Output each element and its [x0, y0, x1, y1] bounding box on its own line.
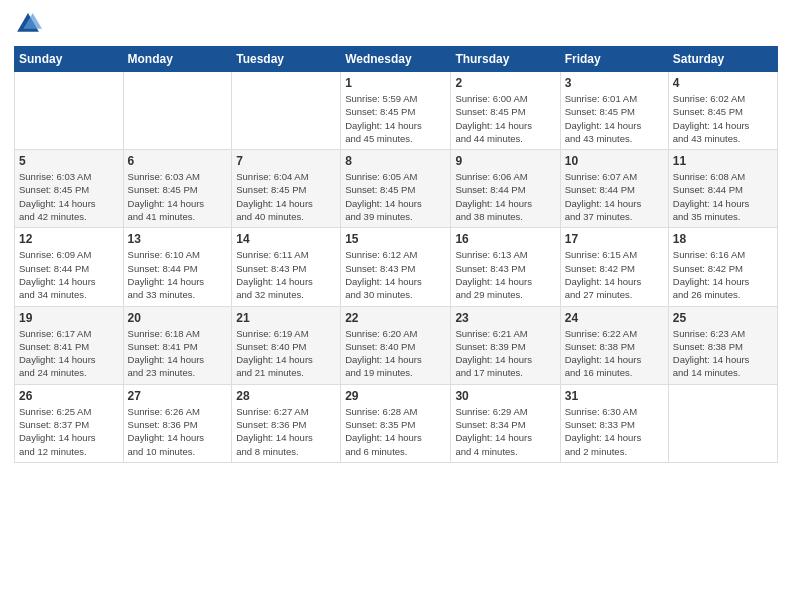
calendar-cell	[15, 72, 124, 150]
calendar-cell: 22Sunrise: 6:20 AMSunset: 8:40 PMDayligh…	[341, 306, 451, 384]
day-info: Sunrise: 6:29 AMSunset: 8:34 PMDaylight:…	[455, 405, 555, 458]
day-info: Sunrise: 6:30 AMSunset: 8:33 PMDaylight:…	[565, 405, 664, 458]
day-info: Sunrise: 6:11 AMSunset: 8:43 PMDaylight:…	[236, 248, 336, 301]
day-number: 22	[345, 311, 446, 325]
calendar-cell: 20Sunrise: 6:18 AMSunset: 8:41 PMDayligh…	[123, 306, 232, 384]
day-number: 21	[236, 311, 336, 325]
day-info: Sunrise: 6:13 AMSunset: 8:43 PMDaylight:…	[455, 248, 555, 301]
calendar-cell: 25Sunrise: 6:23 AMSunset: 8:38 PMDayligh…	[668, 306, 777, 384]
calendar-cell: 26Sunrise: 6:25 AMSunset: 8:37 PMDayligh…	[15, 384, 124, 462]
day-info: Sunrise: 6:17 AMSunset: 8:41 PMDaylight:…	[19, 327, 119, 380]
day-info: Sunrise: 6:19 AMSunset: 8:40 PMDaylight:…	[236, 327, 336, 380]
calendar-cell: 17Sunrise: 6:15 AMSunset: 8:42 PMDayligh…	[560, 228, 668, 306]
weekday-monday: Monday	[123, 47, 232, 72]
week-row-1: 1Sunrise: 5:59 AMSunset: 8:45 PMDaylight…	[15, 72, 778, 150]
day-number: 11	[673, 154, 773, 168]
weekday-saturday: Saturday	[668, 47, 777, 72]
day-number: 2	[455, 76, 555, 90]
calendar-cell: 10Sunrise: 6:07 AMSunset: 8:44 PMDayligh…	[560, 150, 668, 228]
day-number: 7	[236, 154, 336, 168]
calendar-cell: 2Sunrise: 6:00 AMSunset: 8:45 PMDaylight…	[451, 72, 560, 150]
day-number: 6	[128, 154, 228, 168]
calendar-cell	[123, 72, 232, 150]
day-info: Sunrise: 6:02 AMSunset: 8:45 PMDaylight:…	[673, 92, 773, 145]
calendar-cell: 6Sunrise: 6:03 AMSunset: 8:45 PMDaylight…	[123, 150, 232, 228]
day-info: Sunrise: 6:28 AMSunset: 8:35 PMDaylight:…	[345, 405, 446, 458]
page: SundayMondayTuesdayWednesdayThursdayFrid…	[0, 0, 792, 612]
logo	[14, 10, 44, 38]
calendar-cell: 9Sunrise: 6:06 AMSunset: 8:44 PMDaylight…	[451, 150, 560, 228]
day-number: 30	[455, 389, 555, 403]
calendar-cell: 24Sunrise: 6:22 AMSunset: 8:38 PMDayligh…	[560, 306, 668, 384]
day-number: 28	[236, 389, 336, 403]
day-info: Sunrise: 6:05 AMSunset: 8:45 PMDaylight:…	[345, 170, 446, 223]
day-info: Sunrise: 6:18 AMSunset: 8:41 PMDaylight:…	[128, 327, 228, 380]
day-number: 20	[128, 311, 228, 325]
calendar-cell	[232, 72, 341, 150]
day-number: 8	[345, 154, 446, 168]
day-info: Sunrise: 6:21 AMSunset: 8:39 PMDaylight:…	[455, 327, 555, 380]
day-number: 16	[455, 232, 555, 246]
day-number: 4	[673, 76, 773, 90]
day-info: Sunrise: 6:00 AMSunset: 8:45 PMDaylight:…	[455, 92, 555, 145]
week-row-2: 5Sunrise: 6:03 AMSunset: 8:45 PMDaylight…	[15, 150, 778, 228]
day-info: Sunrise: 6:25 AMSunset: 8:37 PMDaylight:…	[19, 405, 119, 458]
calendar-cell: 11Sunrise: 6:08 AMSunset: 8:44 PMDayligh…	[668, 150, 777, 228]
day-number: 5	[19, 154, 119, 168]
calendar-cell: 15Sunrise: 6:12 AMSunset: 8:43 PMDayligh…	[341, 228, 451, 306]
week-row-3: 12Sunrise: 6:09 AMSunset: 8:44 PMDayligh…	[15, 228, 778, 306]
calendar-cell: 21Sunrise: 6:19 AMSunset: 8:40 PMDayligh…	[232, 306, 341, 384]
calendar-cell: 27Sunrise: 6:26 AMSunset: 8:36 PMDayligh…	[123, 384, 232, 462]
calendar-cell: 29Sunrise: 6:28 AMSunset: 8:35 PMDayligh…	[341, 384, 451, 462]
calendar-cell: 4Sunrise: 6:02 AMSunset: 8:45 PMDaylight…	[668, 72, 777, 150]
day-info: Sunrise: 6:20 AMSunset: 8:40 PMDaylight:…	[345, 327, 446, 380]
calendar-cell: 13Sunrise: 6:10 AMSunset: 8:44 PMDayligh…	[123, 228, 232, 306]
calendar-cell: 7Sunrise: 6:04 AMSunset: 8:45 PMDaylight…	[232, 150, 341, 228]
calendar-cell: 8Sunrise: 6:05 AMSunset: 8:45 PMDaylight…	[341, 150, 451, 228]
calendar-cell: 1Sunrise: 5:59 AMSunset: 8:45 PMDaylight…	[341, 72, 451, 150]
day-info: Sunrise: 6:08 AMSunset: 8:44 PMDaylight:…	[673, 170, 773, 223]
day-number: 9	[455, 154, 555, 168]
day-info: Sunrise: 6:22 AMSunset: 8:38 PMDaylight:…	[565, 327, 664, 380]
calendar-cell	[668, 384, 777, 462]
day-number: 1	[345, 76, 446, 90]
weekday-tuesday: Tuesday	[232, 47, 341, 72]
day-info: Sunrise: 6:26 AMSunset: 8:36 PMDaylight:…	[128, 405, 228, 458]
day-number: 24	[565, 311, 664, 325]
weekday-header-row: SundayMondayTuesdayWednesdayThursdayFrid…	[15, 47, 778, 72]
calendar-cell: 12Sunrise: 6:09 AMSunset: 8:44 PMDayligh…	[15, 228, 124, 306]
day-number: 19	[19, 311, 119, 325]
day-number: 12	[19, 232, 119, 246]
calendar-cell: 28Sunrise: 6:27 AMSunset: 8:36 PMDayligh…	[232, 384, 341, 462]
day-number: 25	[673, 311, 773, 325]
day-number: 15	[345, 232, 446, 246]
calendar-cell: 30Sunrise: 6:29 AMSunset: 8:34 PMDayligh…	[451, 384, 560, 462]
day-info: Sunrise: 6:04 AMSunset: 8:45 PMDaylight:…	[236, 170, 336, 223]
calendar-cell: 16Sunrise: 6:13 AMSunset: 8:43 PMDayligh…	[451, 228, 560, 306]
day-info: Sunrise: 6:12 AMSunset: 8:43 PMDaylight:…	[345, 248, 446, 301]
weekday-sunday: Sunday	[15, 47, 124, 72]
day-number: 23	[455, 311, 555, 325]
day-info: Sunrise: 6:09 AMSunset: 8:44 PMDaylight:…	[19, 248, 119, 301]
week-row-5: 26Sunrise: 6:25 AMSunset: 8:37 PMDayligh…	[15, 384, 778, 462]
weekday-thursday: Thursday	[451, 47, 560, 72]
day-info: Sunrise: 6:23 AMSunset: 8:38 PMDaylight:…	[673, 327, 773, 380]
week-row-4: 19Sunrise: 6:17 AMSunset: 8:41 PMDayligh…	[15, 306, 778, 384]
calendar-table: SundayMondayTuesdayWednesdayThursdayFrid…	[14, 46, 778, 463]
day-number: 29	[345, 389, 446, 403]
day-info: Sunrise: 6:03 AMSunset: 8:45 PMDaylight:…	[128, 170, 228, 223]
day-number: 10	[565, 154, 664, 168]
calendar-cell: 18Sunrise: 6:16 AMSunset: 8:42 PMDayligh…	[668, 228, 777, 306]
day-info: Sunrise: 6:07 AMSunset: 8:44 PMDaylight:…	[565, 170, 664, 223]
day-number: 27	[128, 389, 228, 403]
calendar-cell: 3Sunrise: 6:01 AMSunset: 8:45 PMDaylight…	[560, 72, 668, 150]
calendar-cell: 5Sunrise: 6:03 AMSunset: 8:45 PMDaylight…	[15, 150, 124, 228]
day-info: Sunrise: 6:01 AMSunset: 8:45 PMDaylight:…	[565, 92, 664, 145]
calendar-cell: 23Sunrise: 6:21 AMSunset: 8:39 PMDayligh…	[451, 306, 560, 384]
header	[14, 10, 778, 38]
calendar-cell: 31Sunrise: 6:30 AMSunset: 8:33 PMDayligh…	[560, 384, 668, 462]
day-info: Sunrise: 6:06 AMSunset: 8:44 PMDaylight:…	[455, 170, 555, 223]
weekday-wednesday: Wednesday	[341, 47, 451, 72]
day-number: 31	[565, 389, 664, 403]
day-info: Sunrise: 6:15 AMSunset: 8:42 PMDaylight:…	[565, 248, 664, 301]
